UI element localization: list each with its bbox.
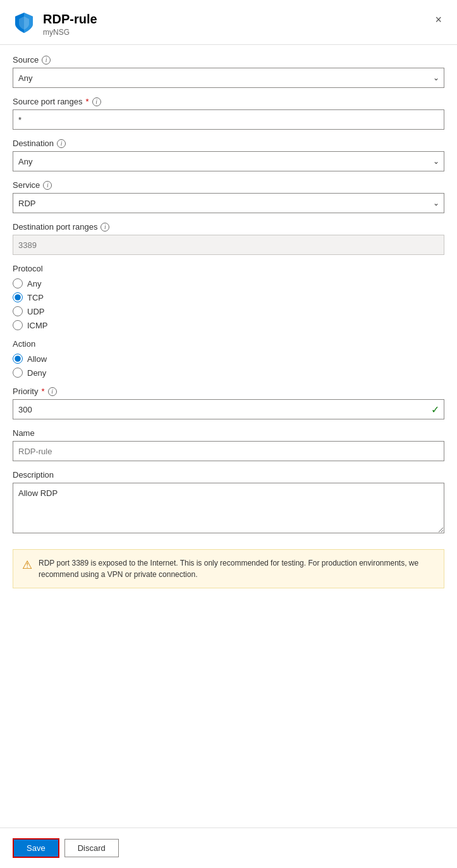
action-radio-group: Allow Deny bbox=[13, 354, 444, 378]
priority-check-icon: ✓ bbox=[431, 404, 439, 416]
destination-select-wrapper: Any IP Addresses Service Tag Application… bbox=[13, 151, 444, 171]
protocol-any-label: Any bbox=[27, 279, 41, 288]
description-textarea[interactable]: Allow RDP bbox=[13, 483, 444, 533]
discard-button[interactable]: Discard bbox=[64, 839, 119, 857]
page-title: RDP-rule bbox=[43, 11, 97, 27]
action-deny-radio[interactable] bbox=[13, 368, 23, 378]
header-title: RDP-rule myNSG bbox=[43, 11, 97, 37]
save-button[interactable]: Save bbox=[13, 838, 59, 858]
panel: RDP-rule myNSG × Source i Any IP Address… bbox=[0, 0, 457, 868]
priority-label: Priority * i bbox=[13, 387, 444, 396]
protocol-any-item[interactable]: Any bbox=[13, 278, 444, 288]
protocol-any-radio[interactable] bbox=[13, 278, 23, 288]
description-label: Description bbox=[13, 470, 444, 480]
source-label: Source i bbox=[13, 55, 444, 65]
source-select-wrapper: Any IP Addresses Service Tag Application… bbox=[13, 68, 444, 88]
protocol-group: Protocol Any TCP UDP ICMP bbox=[13, 264, 444, 330]
source-select[interactable]: Any IP Addresses Service Tag Application… bbox=[13, 68, 444, 88]
protocol-icmp-label: ICMP bbox=[27, 321, 48, 330]
priority-group: Priority * i ✓ bbox=[13, 387, 444, 419]
service-select[interactable]: RDP Custom HTTP HTTPS SSH bbox=[13, 193, 444, 213]
warning-icon: ⚠ bbox=[22, 558, 32, 580]
service-select-wrapper: RDP Custom HTTP HTTPS SSH ⌄ bbox=[13, 193, 444, 213]
source-port-info-icon[interactable]: i bbox=[92, 97, 101, 106]
priority-input[interactable] bbox=[13, 399, 444, 419]
source-port-required: * bbox=[86, 97, 89, 106]
protocol-udp-label: UDP bbox=[27, 307, 44, 316]
warning-text: RDP port 3389 is exposed to the Internet… bbox=[39, 557, 435, 580]
close-button[interactable]: × bbox=[432, 11, 444, 28]
source-group: Source i Any IP Addresses Service Tag Ap… bbox=[13, 55, 444, 88]
name-input[interactable] bbox=[13, 441, 444, 461]
action-allow-item[interactable]: Allow bbox=[13, 354, 444, 364]
source-port-label: Source port ranges * i bbox=[13, 97, 444, 106]
source-port-group: Source port ranges * i bbox=[13, 97, 444, 130]
shield-icon bbox=[13, 11, 35, 36]
panel-body: Source i Any IP Addresses Service Tag Ap… bbox=[0, 45, 457, 828]
destination-label: Destination i bbox=[13, 139, 444, 148]
destination-group: Destination i Any IP Addresses Service T… bbox=[13, 139, 444, 171]
protocol-tcp-item[interactable]: TCP bbox=[13, 292, 444, 302]
subtitle: myNSG bbox=[43, 28, 97, 37]
header-left: RDP-rule myNSG bbox=[13, 11, 97, 37]
action-deny-item[interactable]: Deny bbox=[13, 368, 444, 378]
priority-required: * bbox=[41, 387, 44, 396]
action-group: Action Allow Deny bbox=[13, 339, 444, 378]
action-allow-radio[interactable] bbox=[13, 354, 23, 364]
dest-port-label: Destination port ranges i bbox=[13, 222, 444, 232]
protocol-udp-item[interactable]: UDP bbox=[13, 306, 444, 316]
warning-box: ⚠ RDP port 3389 is exposed to the Intern… bbox=[13, 549, 444, 588]
panel-header: RDP-rule myNSG × bbox=[0, 0, 457, 45]
service-label: Service i bbox=[13, 180, 444, 190]
protocol-udp-radio[interactable] bbox=[13, 306, 23, 316]
destination-info-icon[interactable]: i bbox=[57, 139, 66, 148]
protocol-tcp-radio[interactable] bbox=[13, 292, 23, 302]
service-info-icon[interactable]: i bbox=[43, 181, 52, 190]
action-allow-label: Allow bbox=[27, 354, 47, 364]
source-port-input[interactable] bbox=[13, 109, 444, 130]
dest-port-group: Destination port ranges i bbox=[13, 222, 444, 255]
dest-port-input bbox=[13, 235, 444, 255]
priority-info-icon[interactable]: i bbox=[48, 387, 57, 396]
description-group: Description Allow RDP bbox=[13, 470, 444, 535]
name-group: Name bbox=[13, 428, 444, 461]
dest-port-info-icon[interactable]: i bbox=[101, 223, 109, 232]
protocol-tcp-label: TCP bbox=[27, 293, 44, 302]
destination-select[interactable]: Any IP Addresses Service Tag Application… bbox=[13, 151, 444, 171]
priority-wrapper: ✓ bbox=[13, 399, 444, 419]
protocol-icmp-radio[interactable] bbox=[13, 320, 23, 330]
panel-footer: Save Discard bbox=[0, 828, 457, 868]
protocol-icmp-item[interactable]: ICMP bbox=[13, 320, 444, 330]
source-info-icon[interactable]: i bbox=[42, 56, 51, 65]
protocol-label: Protocol bbox=[13, 264, 444, 273]
service-group: Service i RDP Custom HTTP HTTPS SSH ⌄ bbox=[13, 180, 444, 213]
action-label: Action bbox=[13, 339, 444, 349]
protocol-radio-group: Any TCP UDP ICMP bbox=[13, 278, 444, 330]
name-label: Name bbox=[13, 428, 444, 438]
action-deny-label: Deny bbox=[27, 368, 46, 378]
